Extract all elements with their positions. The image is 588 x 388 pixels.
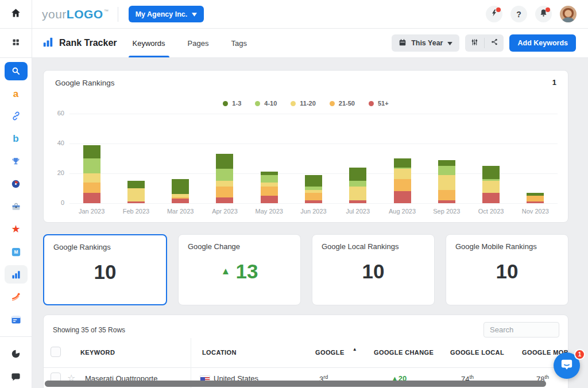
bar-nov-2023[interactable] — [527, 193, 544, 203]
horizontal-scrollbar[interactable] — [45, 381, 546, 387]
bar-segment-1-3[interactable] — [216, 154, 233, 169]
bar-segment-11-20[interactable] — [394, 169, 411, 179]
bar-segment-11-20[interactable] — [438, 175, 455, 190]
bar-feb-2023[interactable] — [127, 181, 145, 203]
logo[interactable]: yourLOGO™ — [42, 7, 109, 21]
bar-segment-4-10[interactable] — [83, 158, 100, 173]
bar-jan-2023[interactable] — [83, 145, 100, 203]
bar-segment-11-20[interactable] — [482, 181, 500, 193]
header-action-icons: ? — [486, 6, 577, 22]
filter-sliders-button[interactable] — [465, 34, 484, 52]
bar-segment-21-50[interactable] — [261, 187, 278, 196]
add-keywords-button[interactable]: Add Keywords — [509, 34, 576, 52]
bar-segment-11-20[interactable] — [261, 183, 278, 187]
bar-oct-2023[interactable] — [482, 166, 500, 203]
tab-tags[interactable]: Tags — [229, 29, 248, 57]
bar-segment-11-20[interactable] — [127, 188, 145, 201]
bar-segment-11-20[interactable] — [349, 187, 366, 200]
avatar[interactable] — [560, 6, 577, 22]
bar-segment-51[interactable] — [216, 197, 233, 203]
metric-card-title: Google Mobile Rankings — [455, 242, 537, 251]
bar-segment-11-20[interactable] — [83, 173, 100, 183]
bar-segment-51[interactable] — [172, 199, 189, 203]
bar-segment-51[interactable] — [127, 201, 145, 203]
sidebar-item-rank-tracker[interactable] — [0, 263, 32, 285]
sort-asc-icon: ▲ — [353, 347, 357, 352]
bar-segment-51[interactable] — [438, 200, 455, 203]
legend-item-4-10[interactable]: 4-10 — [255, 100, 277, 107]
bar-jul-2023[interactable] — [349, 168, 366, 203]
bar-apr-2023[interactable] — [216, 154, 233, 203]
sidebar-item-search[interactable] — [0, 60, 32, 82]
sidebar-item-majestic[interactable]: M — [0, 240, 32, 263]
sidebar-item-globe[interactable] — [0, 173, 32, 195]
bar-segment-21-50[interactable] — [438, 190, 455, 200]
bar-segment-51[interactable] — [394, 191, 411, 203]
sidebar-item-semrush[interactable] — [0, 286, 32, 308]
notifications-button[interactable] — [535, 6, 552, 22]
column-header-keyword[interactable]: KEYWORD — [80, 349, 115, 356]
sidebar-item-bing[interactable]: b — [0, 127, 32, 150]
bar-segment-11-20[interactable] — [216, 181, 233, 187]
table-search-input[interactable] — [483, 322, 559, 337]
bar-segment-4-10[interactable] — [216, 169, 233, 181]
select-all-checkbox[interactable] — [51, 347, 61, 357]
bar-jun-2023[interactable] — [305, 175, 322, 203]
agency-selector-button[interactable]: My Agency Inc. — [129, 6, 204, 22]
column-header-google-local[interactable]: GOOGLE LOCAL — [450, 349, 504, 356]
tab-pages[interactable]: Pages — [186, 29, 211, 57]
home-nav-cell[interactable] — [0, 0, 32, 28]
bar-segment-21-50[interactable] — [83, 183, 100, 193]
bar-segment-21-50[interactable] — [527, 196, 544, 201]
bar-segment-1-3[interactable] — [127, 181, 145, 188]
date-range-button[interactable]: This Year — [392, 34, 459, 52]
legend-item-21-50[interactable]: 21-50 — [330, 100, 355, 107]
bar-segment-1-3[interactable] — [305, 175, 322, 187]
bar-segment-21-50[interactable] — [394, 179, 411, 191]
metric-card-google-mobile-rankings[interactable]: Google Mobile Rankings10 — [446, 234, 568, 305]
sidebar-item-chat[interactable] — [0, 366, 32, 388]
bar-segment-51[interactable] — [83, 193, 100, 203]
sidebar-item-trophy[interactable] — [0, 150, 32, 172]
boost-button[interactable] — [486, 6, 502, 22]
sidebar-item-amazon[interactable]: a — [0, 82, 32, 104]
help-button[interactable]: ? — [510, 6, 527, 22]
bar-segment-4-10[interactable] — [349, 181, 366, 187]
bar-segment-51[interactable] — [527, 201, 544, 203]
legend-item-1-3[interactable]: 1-3 — [223, 100, 241, 107]
sidebar-item-browser[interactable] — [0, 308, 32, 331]
bar-segment-1-3[interactable] — [438, 160, 455, 166]
bar-may-2023[interactable] — [261, 172, 278, 203]
legend-item-51[interactable]: 51+ — [369, 100, 389, 107]
bar-segment-4-10[interactable] — [438, 166, 455, 175]
bar-segment-51[interactable] — [305, 200, 322, 203]
apps-grid-cell[interactable] — [0, 29, 32, 57]
metric-card-google-change[interactable]: Google Change▲13 — [178, 234, 301, 305]
bar-segment-1-3[interactable] — [482, 166, 500, 179]
sidebar-item-toolbox[interactable] — [0, 195, 32, 218]
metric-card-google-local-rankings[interactable]: Google Local Rankings10 — [312, 234, 435, 305]
bar-segment-21-50[interactable] — [305, 193, 322, 200]
metric-card-google-rankings[interactable]: Google Rankings10 — [43, 234, 167, 305]
tab-keywords[interactable]: Keywords — [131, 29, 167, 57]
legend-item-11-20[interactable]: 11-20 — [291, 100, 316, 107]
bar-segment-1-3[interactable] — [83, 145, 100, 158]
bar-segment-1-3[interactable] — [349, 168, 366, 181]
bar-aug-2023[interactable] — [394, 158, 411, 203]
column-header-location[interactable]: LOCATION — [202, 349, 237, 356]
bar-segment-51[interactable] — [349, 200, 366, 203]
bar-sep-2023[interactable] — [438, 160, 455, 203]
bar-segment-21-50[interactable] — [216, 187, 233, 197]
bar-segment-51[interactable] — [261, 196, 278, 203]
bar-segment-4-10[interactable] — [261, 175, 278, 183]
bar-segment-1-3[interactable] — [394, 158, 411, 168]
sidebar-item-star[interactable]: ★ — [0, 218, 32, 240]
column-header-google-change[interactable]: GOOGLE CHANGE — [374, 349, 434, 356]
bar-segment-1-3[interactable] — [172, 179, 189, 194]
bar-mar-2023[interactable] — [172, 179, 189, 203]
sidebar-item-link[interactable] — [0, 105, 32, 127]
sidebar-item-pie-chart[interactable] — [0, 343, 32, 365]
bar-segment-51[interactable] — [482, 193, 500, 203]
share-button[interactable] — [485, 34, 504, 52]
column-header-google[interactable]: GOOGLE▲ — [315, 349, 357, 356]
